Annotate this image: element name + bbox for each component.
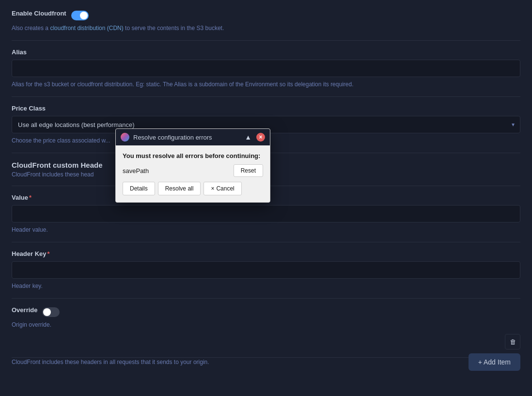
error-item-row: savePath Reset xyxy=(123,164,263,177)
modal-body: You must resolve all errors before conti… xyxy=(116,145,270,202)
error-item-name: savePath xyxy=(123,167,149,174)
modal-title: Resolve configuration errors xyxy=(133,134,239,141)
modal-error-message: You must resolve all errors before conti… xyxy=(123,152,263,159)
modal-close-button[interactable]: × xyxy=(256,133,265,142)
modal-close-icon: × xyxy=(256,133,265,142)
resolve-errors-modal: Resolve configuration errors ▲ × You mus… xyxy=(115,128,270,203)
cancel-icon: × xyxy=(211,185,214,192)
details-button[interactable]: Details xyxy=(123,182,155,195)
modal-header: Resolve configuration errors ▲ × xyxy=(116,129,270,145)
modal-overlay: Resolve configuration errors ▲ × You mus… xyxy=(0,0,532,396)
modal-collapse-button[interactable]: ▲ xyxy=(243,133,253,141)
reset-button[interactable]: Reset xyxy=(234,164,263,177)
resolve-all-button[interactable]: Resolve all xyxy=(158,182,201,195)
modal-controls: ▲ × xyxy=(243,133,265,142)
cancel-button[interactable]: × Cancel xyxy=(203,182,241,195)
modal-footer: Details Resolve all × Cancel xyxy=(123,182,263,195)
modal-app-icon xyxy=(121,133,129,142)
